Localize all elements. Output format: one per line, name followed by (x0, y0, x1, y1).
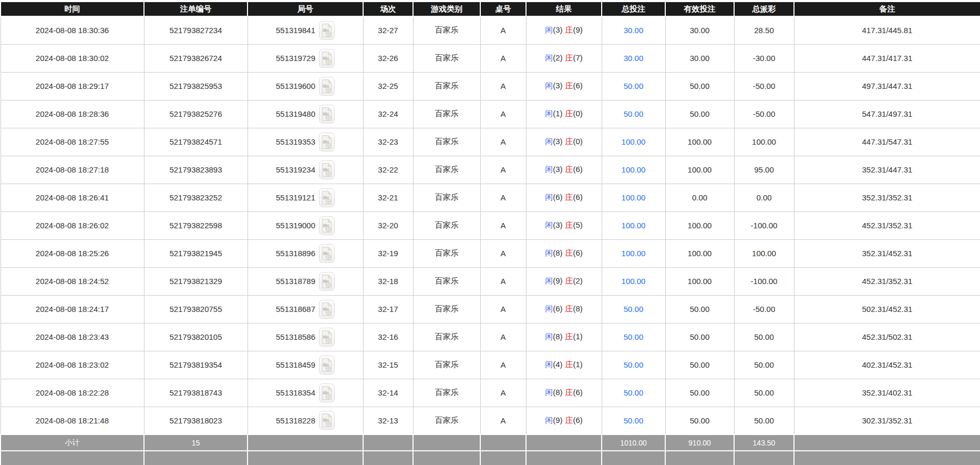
total-bet-link[interactable]: 50.00 (624, 360, 644, 369)
table-row: 2024-08-08 18:27:55 521793824571 5513193… (1, 128, 980, 156)
video-replay-button[interactable] (319, 356, 335, 375)
table-footer: 小计 15 1010.00 910.00 143.50 (1, 434, 980, 465)
total-bet-link[interactable]: 100.00 (622, 165, 646, 174)
subtotal-payout: 143.50 (734, 434, 794, 451)
table-row: 2024-08-08 18:25:26 521793821945 5513188… (1, 239, 980, 267)
cell-game-type: 百家乐 (413, 44, 480, 72)
video-replay-button[interactable] (319, 244, 335, 263)
column-header-time: 时间 (1, 2, 144, 16)
cell-game-type: 百家乐 (413, 351, 480, 379)
cell-order-no: 521793823893 (144, 156, 247, 184)
cell-time: 2024-08-08 18:30:36 (1, 16, 144, 44)
cell-payout: 0.00 (734, 184, 794, 211)
cell-result: 闲(3)庄(0) (526, 128, 602, 156)
video-replay-button[interactable] (319, 188, 335, 207)
total-bet-link[interactable]: 100.00 (622, 193, 646, 202)
cell-order-no: 521793818743 (144, 379, 247, 407)
total-bet-link[interactable]: 50.00 (624, 416, 644, 425)
cell-total-bet: 100.00 (602, 267, 665, 295)
subtotal-valid-bet: 910.00 (665, 434, 734, 451)
subtotal-total-bet: 1010.00 (602, 434, 665, 451)
table-body: 2024-08-08 18:30:36 521793827234 5513198… (1, 16, 980, 434)
video-replay-button[interactable] (319, 216, 335, 235)
cell-time: 2024-08-08 18:29:17 (1, 72, 144, 100)
result-player-value: (3) (553, 220, 562, 229)
video-replay-button[interactable] (319, 105, 335, 124)
cell-valid-bet: 50.00 (665, 323, 734, 351)
cell-order-no: 521793822598 (144, 211, 247, 239)
video-replay-button[interactable] (319, 383, 335, 402)
total-bet-link[interactable]: 50.00 (624, 82, 644, 90)
table-row: 2024-08-08 18:29:17 521793825953 5513196… (1, 72, 980, 100)
video-replay-button[interactable] (319, 49, 335, 68)
cell-remark: 547.31/497.31 (794, 100, 980, 128)
total-bet-link[interactable]: 30.00 (624, 26, 644, 35)
cell-table-no: A (480, 44, 526, 72)
cell-payout: 28.50 (734, 16, 794, 44)
cell-session: 32-19 (363, 239, 413, 267)
total-bet-link[interactable]: 100.00 (622, 277, 646, 286)
video-replay-button[interactable] (319, 300, 335, 319)
table-row: 2024-08-08 18:26:02 521793822598 5513190… (1, 211, 980, 239)
result-player-label: 闲 (545, 109, 553, 118)
video-replay-button[interactable] (319, 272, 335, 291)
cell-game-type: 百家乐 (413, 72, 480, 100)
video-replay-button[interactable] (319, 133, 335, 151)
video-replay-button[interactable] (319, 411, 335, 430)
cell-payout: -100.00 (734, 267, 794, 295)
total-bet-link[interactable]: 50.00 (624, 332, 644, 341)
round-number: 551319353 (276, 137, 315, 146)
cell-remark: 352.31/452.31 (794, 239, 980, 267)
video-replay-button[interactable] (319, 328, 335, 347)
cell-session: 32-18 (363, 267, 413, 295)
result-banker-value: (5) (573, 220, 583, 229)
result-player-label: 闲 (545, 53, 553, 62)
result-banker-label: 庄 (565, 81, 573, 90)
result-player-value: (9) (553, 416, 562, 424)
column-header-game-type: 游戏类别 (413, 2, 480, 16)
cell-total-bet: 50.00 (602, 100, 665, 128)
video-icon (321, 386, 333, 400)
total-bet-link[interactable]: 100.00 (622, 249, 646, 258)
cell-result: 闲(3)庄(5) (526, 211, 602, 239)
subtotal-empty-table (480, 434, 526, 451)
cell-order-no: 521793823252 (144, 184, 247, 211)
table-row: 2024-08-08 18:24:52 521793821329 5513187… (1, 267, 980, 295)
total-bet-link[interactable]: 50.00 (624, 305, 644, 314)
cell-order-no: 521793824571 (144, 128, 247, 156)
cell-remark: 352.31/352.31 (794, 184, 980, 211)
cell-result: 闲(4)庄(1) (526, 351, 602, 379)
video-icon (321, 23, 333, 38)
result-banker-value: (8) (573, 304, 583, 313)
video-replay-button[interactable] (319, 21, 335, 40)
total-bet-link[interactable]: 100.00 (622, 221, 646, 230)
video-replay-button[interactable] (319, 77, 335, 96)
cell-time: 2024-08-08 18:22:28 (1, 379, 144, 407)
total-bet-link[interactable]: 30.00 (624, 54, 644, 63)
subtotal-empty-round (247, 434, 363, 451)
total-bet-link[interactable]: 100.00 (622, 137, 646, 146)
cell-remark: 452.31/352.31 (794, 211, 980, 239)
cell-result: 闲(8)庄(6) (526, 239, 602, 267)
result-banker-value: (6) (573, 416, 583, 424)
cell-round-no: 551319353 (247, 128, 363, 156)
table-row: 2024-08-08 18:24:17 521793820755 5513186… (1, 295, 980, 323)
cell-time: 2024-08-08 18:21:48 (1, 407, 144, 434)
round-number: 551318586 (276, 332, 315, 341)
total-bet-link[interactable]: 50.00 (624, 388, 644, 397)
next-summary-row-partial (1, 451, 980, 465)
column-header-remark: 备注 (794, 2, 980, 16)
cell-payout: 50.00 (734, 323, 794, 351)
subtotal-empty-remark (794, 434, 980, 451)
cell-payout: 50.00 (734, 407, 794, 434)
cell-valid-bet: 50.00 (665, 379, 734, 407)
cell-valid-bet: 30.00 (665, 16, 734, 44)
cell-round-no: 551318586 (247, 323, 363, 351)
cell-remark: 452.31/502.31 (794, 323, 980, 351)
cell-remark: 452.31/352.31 (794, 267, 980, 295)
cell-payout: 100.00 (734, 128, 794, 156)
video-replay-button[interactable] (319, 160, 335, 179)
cell-total-bet: 50.00 (602, 323, 665, 351)
result-player-label: 闲 (545, 248, 553, 257)
total-bet-link[interactable]: 50.00 (624, 109, 644, 118)
